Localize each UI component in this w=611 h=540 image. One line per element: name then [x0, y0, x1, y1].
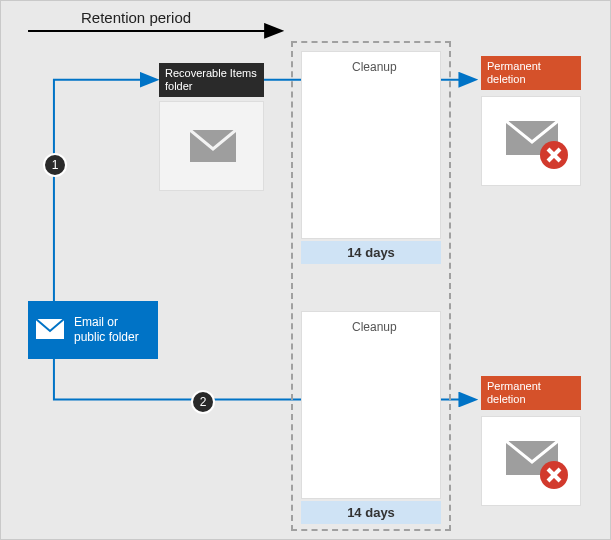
permanent-deletion-card-1 [481, 96, 581, 186]
step-badge-1: 1 [43, 153, 67, 177]
recoverable-items-card [159, 101, 264, 191]
envelope-icon-source [28, 301, 72, 359]
recoverable-items-header: Recoverable Items folder [159, 63, 264, 97]
cleanup-label-1: Cleanup [352, 60, 397, 74]
diagram-canvas: Retention period Cleanup 14 days Cleanup… [0, 0, 611, 540]
cleanup-days-2: 14 days [301, 501, 441, 524]
cleanup-label-2: Cleanup [352, 320, 397, 334]
envelope-delete-icon-2 [482, 417, 582, 507]
cleanup-card-2: Cleanup [301, 311, 441, 499]
email-source-box: Email or public folder [28, 301, 158, 359]
envelope-icon-recov [160, 102, 265, 192]
envelope-delete-icon-1 [482, 97, 582, 187]
step-badge-2: 2 [191, 390, 215, 414]
cleanup-card-1: Cleanup [301, 51, 441, 239]
retention-period-label: Retention period [81, 9, 191, 26]
cleanup-days-1: 14 days [301, 241, 441, 264]
permanent-deletion-header-1: Permanent deletion [481, 56, 581, 90]
permanent-deletion-card-2 [481, 416, 581, 506]
permanent-deletion-header-2: Permanent deletion [481, 376, 581, 410]
